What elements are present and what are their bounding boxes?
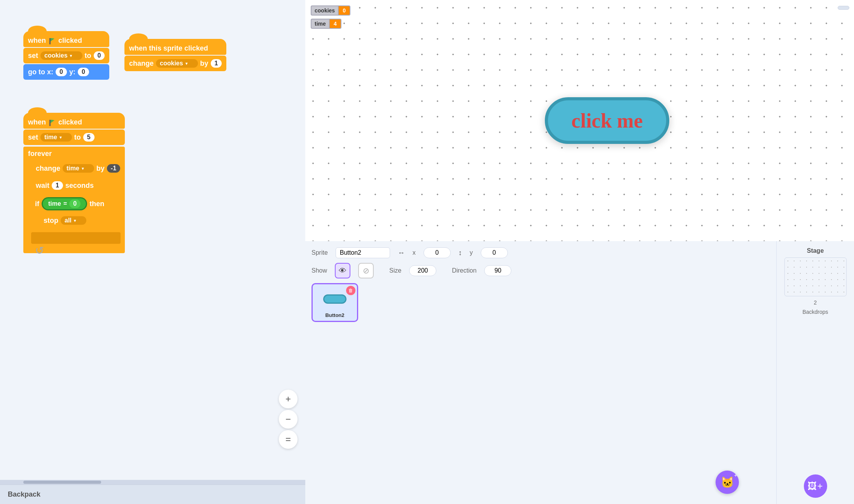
- cat-icon: 🐱: [721, 476, 734, 489]
- sprite-info-row: Sprite ↔ x ↕ y: [312, 247, 770, 258]
- eye-closed-icon: ⊘: [363, 266, 369, 275]
- if-inner: stop all: [39, 213, 125, 228]
- cookies-dropdown-1[interactable]: cookies: [40, 51, 82, 60]
- backdrops-count: 2: [814, 299, 817, 306]
- sprite-thumb-inner: [319, 287, 350, 311]
- set-val-3[interactable]: 5: [83, 133, 94, 142]
- empty-slot: [31, 232, 121, 244]
- backdrops-label: Backdrops: [802, 309, 828, 315]
- set-cookies-block[interactable]: set cookies to 0: [23, 48, 109, 63]
- cookies-dropdown-2[interactable]: cookies: [156, 59, 198, 68]
- add-sprite-button[interactable]: 🐱 +: [716, 471, 739, 494]
- goto-label: go to x:: [28, 68, 53, 76]
- forever-label: forever: [23, 147, 125, 161]
- scroll-thumb: [23, 481, 101, 484]
- when-flag-clicked-hat-1[interactable]: when clicked: [23, 31, 109, 47]
- if-row: if time = 0 then: [31, 195, 125, 213]
- stage-controls-button[interactable]: [838, 6, 849, 10]
- sprite-info-row-2: Show 👁 ⊘ Size Direction: [312, 263, 770, 278]
- horizontal-scrollbar[interactable]: [0, 480, 305, 485]
- when-sprite-clicked-hat[interactable]: when this sprite clicked: [124, 39, 226, 55]
- if-block-wrapper: if time = 0 then stop: [31, 195, 125, 231]
- wait-block[interactable]: wait 1 seconds: [31, 178, 125, 193]
- oval-eq: =: [63, 200, 67, 207]
- sprite-delete-button[interactable]: 🗑: [346, 286, 355, 295]
- sprite-label: Sprite: [312, 249, 328, 256]
- show-hidden-button[interactable]: ⊘: [358, 263, 374, 278]
- stage-panel-right: Stage 2 Backdrops 🖼+: [776, 241, 854, 504]
- sprite-name-input[interactable]: [336, 247, 390, 258]
- zoom-fit-button[interactable]: =: [279, 430, 298, 449]
- change-label-3: change: [36, 164, 60, 173]
- sprite-add-area: 🐱 +: [312, 327, 770, 498]
- set-val-1[interactable]: 0: [94, 51, 105, 60]
- show-visible-button[interactable]: 👁: [335, 263, 350, 278]
- flag-icon-3: [49, 119, 55, 126]
- set-label-1: set: [28, 52, 38, 60]
- block-stack-1: when clicked set cookies to 0 go to x: 0…: [23, 31, 109, 80]
- goto-x-val[interactable]: 0: [56, 68, 67, 76]
- y-label: y: [470, 249, 473, 256]
- sprite-thumb-button2[interactable]: 🗑 Button2: [312, 283, 358, 322]
- by-label-2: by: [200, 60, 208, 68]
- code-panel: when clicked set cookies to 0 go to x: 0…: [0, 0, 305, 504]
- set-time-block[interactable]: set time to 5: [23, 130, 125, 145]
- right-area: cookies 0 time 4 click me Sprite ↔ x ↕: [305, 0, 854, 504]
- change-cookies-block[interactable]: change cookies by 1: [124, 56, 226, 71]
- code-area: when clicked set cookies to 0 go to x: 0…: [0, 0, 305, 480]
- x-input[interactable]: [424, 247, 451, 258]
- y-input[interactable]: [481, 247, 508, 258]
- change-val-3[interactable]: -1: [107, 164, 120, 173]
- stage-panel-label: Stage: [807, 247, 824, 254]
- sprite-mini-preview: [323, 294, 346, 304]
- oval-val[interactable]: 0: [69, 200, 80, 208]
- forever-block-wrapper: forever change time by -1 wait 1 seconds: [23, 147, 125, 253]
- stop-dropdown[interactable]: all: [61, 216, 86, 225]
- by-label-3: by: [96, 164, 105, 173]
- seconds-label: seconds: [65, 182, 94, 190]
- add-backdrop-icon: 🖼+: [808, 481, 822, 492]
- click-me-sprite[interactable]: click me: [545, 97, 669, 144]
- forever-inner: change time by -1 wait 1 seconds if: [31, 161, 125, 244]
- wait-val[interactable]: 1: [52, 181, 63, 190]
- when-flag-clicked-hat-3[interactable]: when clicked: [23, 113, 125, 129]
- flag-icon-1: [49, 37, 55, 44]
- time-var-row: time 4: [311, 19, 350, 29]
- zoom-out-button[interactable]: −: [279, 410, 298, 429]
- sprite-panel: Sprite ↔ x ↕ y Show 👁 ⊘ Size Directi: [305, 241, 776, 504]
- stage-thumbnail[interactable]: [784, 257, 847, 296]
- change-val-2[interactable]: 1: [211, 59, 222, 68]
- stage-top-bar: [305, 0, 854, 16]
- stage: cookies 0 time 4 click me: [305, 0, 854, 241]
- backpack-section: Backpack: [0, 485, 305, 504]
- plus-icon: +: [734, 472, 737, 478]
- time-oval[interactable]: time = 0: [42, 197, 87, 210]
- show-label: Show: [312, 267, 327, 274]
- time-dropdown-set[interactable]: time: [40, 133, 72, 142]
- time-var-value: 4: [329, 19, 341, 29]
- change-time-block[interactable]: change time by -1: [31, 161, 125, 176]
- when-sprite-label: when this sprite clicked: [129, 44, 208, 52]
- time-dropdown-change[interactable]: time: [63, 164, 94, 173]
- when-label-3: when: [28, 118, 46, 126]
- add-backdrop-button[interactable]: 🖼+: [804, 474, 827, 498]
- clicked-label-3: clicked: [58, 118, 82, 126]
- stop-block[interactable]: stop all: [39, 213, 125, 228]
- goto-y-val[interactable]: 0: [78, 68, 89, 76]
- oval-time-label: time: [48, 200, 61, 207]
- x-coord-icon: ↔: [398, 249, 405, 257]
- y-coord-icon: ↕: [458, 249, 462, 257]
- direction-input[interactable]: [484, 265, 511, 276]
- stop-label: stop: [44, 217, 58, 225]
- block-stack-2: when this sprite clicked change cookies …: [124, 39, 226, 72]
- eye-open-icon: 👁: [339, 266, 346, 275]
- zoom-in-button[interactable]: +: [279, 390, 298, 408]
- if-label: if: [35, 200, 39, 208]
- sprite-thumb-label: Button2: [325, 312, 344, 318]
- goto-y-label: y:: [69, 68, 75, 76]
- size-input[interactable]: [409, 265, 436, 276]
- click-me-text: click me: [571, 109, 642, 132]
- backpack-label: Backpack: [8, 490, 40, 499]
- goto-xy-block[interactable]: go to x: 0 y: 0: [23, 64, 109, 80]
- refresh-icon[interactable]: ↺: [35, 244, 44, 257]
